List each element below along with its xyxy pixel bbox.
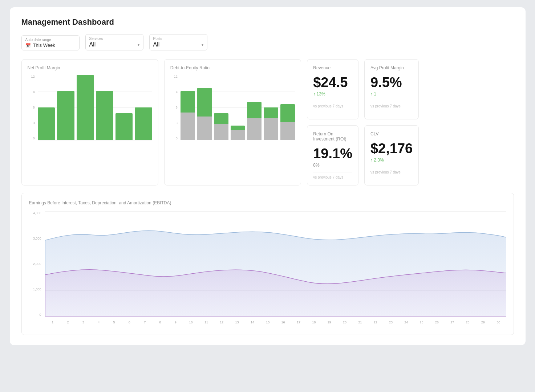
revenue-card: Revenue $24.5 ↑ 13% vs previous 7 days [307, 59, 358, 119]
bar-group-1 [38, 75, 55, 140]
de-y-axis: 12 9 6 3 0 [170, 75, 179, 140]
posts-select: All ▾ [153, 41, 203, 48]
page-title: Management Dashboard [21, 17, 514, 27]
de-bars [181, 75, 295, 140]
date-range-filter[interactable]: Auto date range 📅 This Week [21, 35, 80, 50]
date-range-value: 📅 This Week [25, 42, 76, 48]
date-range-label: Auto date range [25, 38, 76, 42]
de-bar-2 [197, 75, 212, 140]
bar-group-6 [135, 75, 152, 140]
clv-footer: vs previous 7 days [370, 167, 413, 174]
ebitda-chart-area: 4,000 3,000 2,000 1,000 0 [29, 211, 506, 327]
roi-title: Return On Investment (ROI) [313, 131, 352, 142]
top-charts-row: Net Profit Margin 12 9 6 3 0 [21, 59, 514, 185]
clv-card: CLV $2,176 ↑ 2.3% vs previous 7 days [364, 125, 419, 185]
clv-title: CLV [370, 131, 413, 136]
ebitda-y-axis: 4,000 3,000 2,000 1,000 0 [29, 211, 44, 317]
calendar-icon: 📅 [25, 43, 31, 48]
de-bar-6 [264, 75, 278, 140]
posts-label: Posts [153, 37, 203, 41]
revenue-change: ↑ 13% [313, 91, 352, 97]
posts-filter[interactable]: Posts All ▾ [149, 34, 207, 50]
npm-bars [38, 75, 152, 140]
chevron-down-icon-posts: ▾ [202, 43, 203, 47]
services-label: Services [89, 37, 139, 41]
de-bar-3 [214, 75, 228, 140]
ebitda-title: Earnings Before Interest, Taxes, Depreci… [29, 200, 506, 205]
de-bar-5 [247, 75, 262, 140]
metrics-grid: Revenue $24.5 ↑ 13% vs previous 7 days A… [307, 59, 419, 185]
bar-group-2 [57, 75, 74, 140]
roi-change: 8% [313, 163, 352, 168]
avg-profit-change: ↑ 1 [370, 91, 413, 97]
roi-value: 19.1% [313, 147, 352, 160]
avg-profit-value: 9.5% [370, 75, 413, 89]
filters-row: Auto date range 📅 This Week Services All… [21, 34, 514, 50]
debt-equity-title: Debt-to-Equity Ratio [170, 65, 295, 70]
revenue-footer: vs previous 7 days [313, 101, 352, 108]
avg-profit-footer: vs previous 7 days [370, 101, 413, 108]
debt-equity-chart: 12 9 6 3 0 [170, 75, 295, 147]
bar-group-4 [96, 75, 113, 140]
de-bar-7 [280, 75, 295, 140]
services-filter[interactable]: Services All ▾ [85, 34, 143, 50]
ebitda-svg [45, 211, 506, 317]
de-bar-1 [181, 75, 195, 140]
dashboard-container: Management Dashboard Auto date range 📅 T… [10, 7, 526, 345]
roi-card: Return On Investment (ROI) 19.1% 8% vs p… [307, 125, 358, 185]
revenue-title: Revenue [313, 65, 352, 70]
services-select: All ▾ [89, 41, 139, 48]
net-profit-margin-card: Net Profit Margin 12 9 6 3 0 [21, 59, 158, 185]
avg-profit-card: Avg Profit Margin 9.5% ↑ 1 vs previous 7… [364, 59, 419, 119]
net-profit-margin-title: Net Profit Margin [28, 65, 152, 70]
roi-footer: vs previous 7 days [313, 172, 352, 179]
net-profit-margin-chart: 12 9 6 3 0 [28, 75, 152, 147]
ebitda-card: Earnings Before Interest, Taxes, Depreci… [21, 193, 514, 335]
bar-group-3 [77, 75, 94, 140]
de-bar-4 [231, 75, 245, 140]
npm-y-axis: 12 9 6 3 0 [28, 75, 36, 140]
avg-profit-title: Avg Profit Margin [370, 65, 413, 70]
chevron-down-icon: ▾ [138, 43, 139, 47]
clv-value: $2,176 [370, 142, 413, 155]
ebitda-x-axis: 1 2 3 4 5 6 7 8 9 10 11 12 13 14 15 16 1… [45, 317, 506, 327]
revenue-value: $24.5 [313, 75, 352, 89]
clv-change: ↑ 2.3% [370, 158, 413, 163]
debt-equity-card: Debt-to-Equity Ratio 12 9 6 3 0 [164, 59, 301, 185]
bar-group-5 [115, 75, 133, 140]
